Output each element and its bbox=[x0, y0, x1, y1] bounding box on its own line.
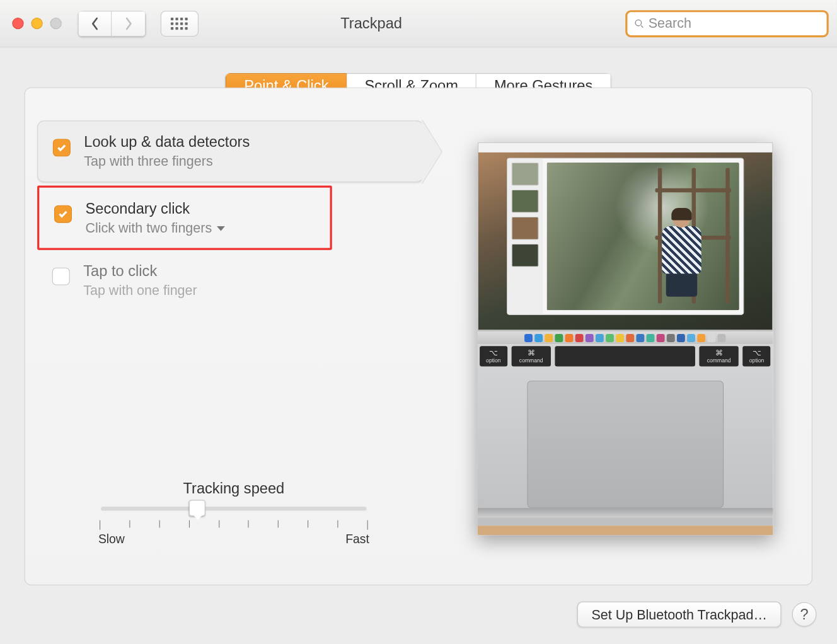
search-field[interactable] bbox=[625, 10, 829, 37]
dock-app-icon bbox=[647, 333, 655, 342]
dock-app-icon bbox=[575, 333, 584, 342]
key-option-left: ⌥ option bbox=[480, 346, 508, 366]
gesture-options: Look up & data detectors Tap with three … bbox=[37, 120, 424, 310]
dock-app-icon bbox=[545, 333, 553, 342]
dock-app-icon bbox=[606, 333, 614, 342]
tracking-speed-label: Tracking speed bbox=[98, 480, 369, 497]
option-secondary-title: Secondary click bbox=[85, 200, 225, 217]
option-lookup[interactable]: Look up & data detectors Tap with three … bbox=[37, 120, 424, 182]
tracking-speed-min: Slow bbox=[98, 532, 125, 547]
preview-photo bbox=[546, 163, 739, 310]
check-icon bbox=[57, 209, 68, 219]
tracking-speed-max: Fast bbox=[345, 532, 369, 547]
dock-app-icon bbox=[616, 333, 624, 342]
option-secondary-subtitle[interactable]: Click with two fingers bbox=[85, 220, 212, 236]
search-input[interactable] bbox=[649, 16, 820, 32]
option-lookup-subtitle: Tap with three fingers bbox=[84, 154, 250, 170]
preview-laptop: ⌥ option ⌘ command ⌘ command bbox=[477, 142, 773, 536]
window-title: Trackpad bbox=[117, 14, 625, 32]
setup-bluetooth-trackpad-button[interactable]: Set Up Bluetooth Trackpad… bbox=[577, 602, 782, 628]
back-button[interactable] bbox=[78, 11, 112, 37]
preview-trackpad bbox=[527, 381, 724, 508]
gesture-preview: ⌥ option ⌘ command ⌘ command bbox=[451, 120, 800, 572]
dock-app-icon bbox=[636, 333, 644, 342]
close-window-button[interactable] bbox=[12, 18, 23, 29]
option-secondary-click[interactable]: Secondary click Click with two fingers bbox=[37, 186, 332, 250]
search-icon bbox=[634, 17, 644, 29]
person-icon bbox=[656, 210, 703, 298]
dock-app-icon bbox=[524, 333, 533, 342]
slider-thumb[interactable] bbox=[189, 500, 205, 516]
dock-app-icon bbox=[667, 333, 675, 342]
dock-app-icon bbox=[657, 333, 665, 342]
check-icon bbox=[56, 142, 67, 153]
dock-app-icon bbox=[565, 333, 574, 342]
option-tap-subtitle: Tap with one finger bbox=[83, 282, 197, 298]
tracking-speed: Tracking speed Slow Fast bbox=[98, 480, 369, 546]
checkbox-secondary-click[interactable] bbox=[54, 205, 72, 223]
checkbox-tap-to-click[interactable] bbox=[52, 268, 70, 285]
dock-app-icon bbox=[717, 333, 725, 342]
option-lookup-title: Look up & data detectors bbox=[84, 134, 250, 151]
preview-window bbox=[507, 158, 744, 314]
minimize-window-button[interactable] bbox=[31, 18, 42, 29]
dock-app-icon bbox=[626, 333, 634, 342]
preferences-panel: Look up & data detectors Tap with three … bbox=[25, 88, 812, 585]
dock-app-icon bbox=[596, 333, 604, 342]
dock-app-icon bbox=[707, 333, 715, 342]
dock-app-icon bbox=[555, 333, 563, 342]
zoom-window-button[interactable] bbox=[50, 18, 62, 29]
dock-app-icon bbox=[687, 333, 695, 342]
titlebar: Trackpad bbox=[0, 0, 837, 47]
window-controls bbox=[12, 18, 61, 29]
slider-ticks bbox=[98, 520, 369, 530]
key-command-right: ⌘ command bbox=[699, 346, 738, 366]
key-option-right: ⌥ option bbox=[742, 346, 771, 366]
preview-dock bbox=[477, 331, 773, 345]
help-button[interactable]: ? bbox=[792, 602, 817, 627]
option-tap-to-click[interactable]: Tap to click Tap with one finger bbox=[37, 250, 424, 311]
key-space bbox=[555, 346, 695, 366]
dock-app-icon bbox=[677, 333, 685, 342]
dock-app-icon bbox=[697, 333, 705, 342]
option-tap-title: Tap to click bbox=[83, 262, 197, 280]
dock-app-icon bbox=[534, 333, 543, 342]
dock-app-icon bbox=[586, 333, 594, 342]
tracking-speed-slider[interactable] bbox=[101, 507, 366, 510]
key-command-left: ⌘ command bbox=[512, 346, 551, 366]
chevron-down-icon[interactable] bbox=[216, 220, 226, 236]
checkbox-lookup[interactable] bbox=[53, 139, 71, 156]
